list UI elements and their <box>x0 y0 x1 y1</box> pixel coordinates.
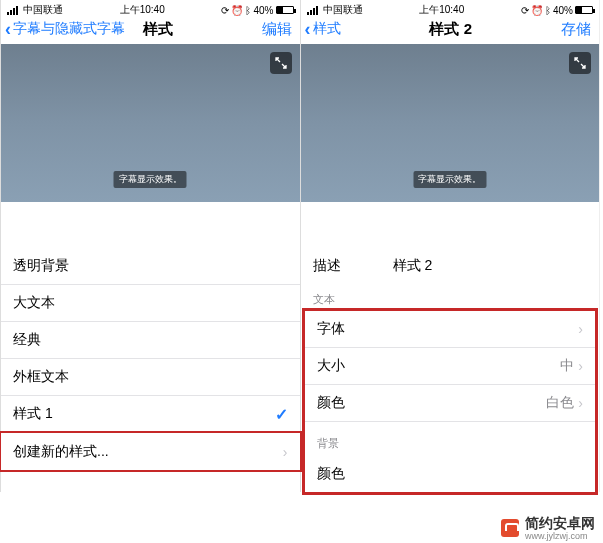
battery-pct: 40% <box>553 5 573 16</box>
bluetooth-icon: ᛒ <box>545 5 551 16</box>
watermark-url: www.jylzwj.com <box>525 531 595 541</box>
chevron-right-icon: › <box>578 358 583 374</box>
screen-right: 中国联通 上午10:40 ⟳ ⏰ ᛒ 40% ‹ 样式 样式 2 存储 <box>300 0 600 492</box>
rotation-lock-icon: ⟳ <box>221 5 229 16</box>
screens: 中国联通 上午10:40 ⟳ ⏰ ᛒ 40% ‹ 字幕与隐藏式字幕 样式 编辑 <box>0 0 600 492</box>
subtitle-sample: 字幕显示效果。 <box>114 171 187 188</box>
signal-icon <box>7 6 18 15</box>
save-button[interactable]: 存储 <box>561 20 591 39</box>
page-title: 样式 <box>55 20 262 39</box>
bluetooth-icon: ᛒ <box>245 5 251 16</box>
row-label: 经典 <box>13 331 288 349</box>
section-header-text: 文本 <box>301 284 600 311</box>
section-header-background: 背景 <box>305 422 596 455</box>
row-label: 颜色 <box>317 394 547 412</box>
watermark-logo-icon <box>501 519 519 537</box>
row-label: 样式 1 <box>13 405 275 423</box>
signal-icon <box>307 6 318 15</box>
chevron-left-icon: ‹ <box>305 22 311 36</box>
battery-indicator: 40% <box>253 5 293 16</box>
chevron-right-icon: › <box>578 321 583 337</box>
chevron-left-icon: ‹ <box>5 22 11 36</box>
back-label: 样式 <box>313 20 341 38</box>
alarm-icon: ⏰ <box>231 5 243 16</box>
nav-bar: ‹ 字幕与隐藏式字幕 样式 编辑 <box>1 20 300 44</box>
status-bar: 中国联通 上午10:40 ⟳ ⏰ ᛒ 40% <box>1 0 300 20</box>
row-label: 大小 <box>317 357 561 375</box>
row-label: 创建新的样式... <box>13 443 283 461</box>
row-value: 白色 <box>546 394 574 412</box>
nav-bar: ‹ 样式 样式 2 存储 <box>301 20 600 44</box>
alarm-icon: ⏰ <box>531 5 543 16</box>
spacer <box>1 202 300 248</box>
row-label: 字体 <box>317 320 579 338</box>
style-option-style-1[interactable]: 样式 1 ✓ <box>1 396 300 433</box>
expand-button[interactable] <box>569 52 591 74</box>
status-time: 上午10:40 <box>63 3 221 17</box>
subtitle-sample: 字幕显示效果。 <box>413 171 486 188</box>
status-bar: 中国联通 上午10:40 ⟳ ⏰ ᛒ 40% <box>301 0 600 20</box>
checkmark-icon: ✓ <box>275 405 288 424</box>
page-title: 样式 2 <box>341 20 562 39</box>
font-row[interactable]: 字体 › <box>305 311 596 348</box>
expand-icon <box>574 57 586 69</box>
carrier-label: 中国联通 <box>23 3 63 17</box>
expand-button[interactable] <box>270 52 292 74</box>
row-value: 中 <box>560 357 574 375</box>
size-row[interactable]: 大小 中 › <box>305 348 596 385</box>
subtitle-preview: 字幕显示效果。 <box>1 44 300 202</box>
style-option-transparent-bg[interactable]: 透明背景 <box>1 248 300 285</box>
highlight-group: 字体 › 大小 中 › 颜色 白色 › 背景 颜色 <box>302 308 599 495</box>
spacer <box>301 202 600 248</box>
style-option-large-text[interactable]: 大文本 <box>1 285 300 322</box>
create-new-style-row[interactable]: 创建新的样式... › <box>1 433 300 470</box>
edit-button[interactable]: 编辑 <box>262 20 292 39</box>
subtitle-preview: 字幕显示效果。 <box>301 44 600 202</box>
text-color-row[interactable]: 颜色 白色 › <box>305 385 596 422</box>
battery-indicator: 40% <box>553 5 593 16</box>
row-label: 外框文本 <box>13 368 288 386</box>
rotation-lock-icon: ⟳ <box>521 5 529 16</box>
chevron-right-icon: › <box>283 444 288 460</box>
row-label: 大文本 <box>13 294 288 312</box>
description-value: 样式 2 <box>393 257 433 275</box>
expand-icon <box>275 57 287 69</box>
screen-left: 中国联通 上午10:40 ⟳ ⏰ ᛒ 40% ‹ 字幕与隐藏式字幕 样式 编辑 <box>0 0 300 492</box>
row-label: 颜色 <box>317 465 584 483</box>
watermark-name: 简约安卓网 <box>525 515 595 531</box>
description-row[interactable]: 描述 样式 2 <box>301 248 600 284</box>
description-label: 描述 <box>313 257 393 275</box>
carrier-label: 中国联通 <box>323 3 363 17</box>
row-label: 透明背景 <box>13 257 288 275</box>
battery-pct: 40% <box>253 5 273 16</box>
status-time: 上午10:40 <box>363 3 521 17</box>
style-option-classic[interactable]: 经典 <box>1 322 300 359</box>
highlight-box: 创建新的样式... › <box>0 431 302 472</box>
back-button[interactable]: ‹ 样式 <box>305 20 341 38</box>
chevron-right-icon: › <box>578 395 583 411</box>
background-color-row[interactable]: 颜色 <box>305 455 596 492</box>
watermark: 简约安卓网 www.jylzwj.com <box>501 515 595 541</box>
style-option-outline-text[interactable]: 外框文本 <box>1 359 300 396</box>
